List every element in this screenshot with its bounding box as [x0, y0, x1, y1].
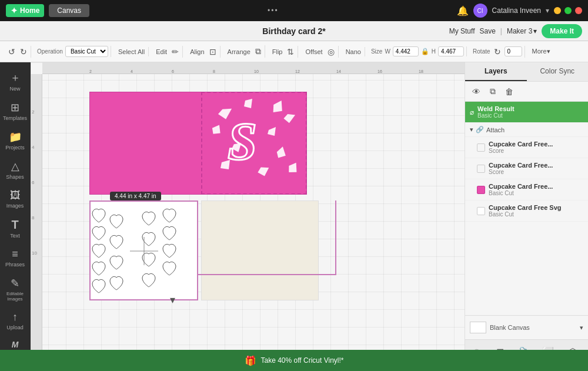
chevron-down-icon: ▾ [546, 6, 549, 15]
offset-button[interactable]: Offset [304, 47, 323, 56]
sidebar-item-editable-images[interactable]: ✎ Editable Images [2, 273, 28, 305]
undo-button[interactable]: ↺ [7, 46, 16, 58]
arrange-group: Arrange ⧉ [224, 45, 265, 58]
sidebar-item-label: Templates [3, 115, 27, 121]
tab-color-sync[interactable]: Color Sync [527, 62, 589, 81]
hearts-svg [91, 202, 198, 300]
maximize-button[interactable] [564, 7, 572, 14]
heart-card[interactable] [89, 200, 198, 300]
width-input[interactable] [393, 46, 419, 56]
eye-button[interactable]: 👁 [470, 86, 483, 98]
operation-label: Operation [37, 48, 63, 55]
upload-icon: ↑ [12, 311, 18, 323]
make-it-button[interactable]: Make It [542, 24, 582, 38]
main-layout: ＋ New ⊞ Templates 📁 Projects △ Shapes 🖼 … [0, 62, 588, 371]
minimize-button[interactable] [554, 7, 561, 14]
ruler-tick: 4 [131, 69, 133, 73]
sidebar-item-images[interactable]: 🖼 Images [2, 186, 28, 212]
scatter-svg: S [210, 98, 301, 186]
layers-list: ⌀ Weld Result Basic Cut ▾ 🔗 Attach Cupca… [465, 102, 588, 315]
attach-header[interactable]: ▾ 🔗 Attach [465, 123, 588, 137]
ruler-num: 4 [32, 145, 34, 150]
layer-name: Cupcake Card Free... [489, 141, 583, 148]
avatar: CI [473, 4, 487, 18]
ruler-tick: 16 [377, 69, 382, 73]
sidebar-item-label: Editable Images [5, 291, 26, 302]
blank-canvas-row[interactable]: Blank Canvas ▾ [470, 319, 583, 336]
ruler-tick: 6 [172, 69, 174, 73]
layer-cupcake-1[interactable]: Cupcake Card Free... Score [465, 137, 588, 158]
edit-button[interactable]: Edit [155, 47, 168, 56]
sidebar-item-upload[interactable]: ↑ Upload [2, 308, 28, 334]
align-button[interactable]: Align [189, 47, 205, 56]
lock-icon[interactable]: 🔒 [421, 48, 429, 55]
sidebar-item-templates[interactable]: ⊞ Templates [2, 98, 28, 125]
layer-cupcake-2[interactable]: Cupcake Card Free... Score [465, 158, 588, 179]
sidebar-item-text[interactable]: T Text [2, 215, 28, 242]
operation-select[interactable]: Basic Cut [65, 46, 108, 57]
height-input[interactable] [438, 46, 464, 56]
tab-layers[interactable]: Layers [465, 62, 527, 81]
canvas-area[interactable]: 2 4 6 8 10 12 14 16 18 2 4 6 8 10 [31, 62, 465, 371]
sidebar-item-projects[interactable]: 📁 Projects [2, 127, 28, 154]
canvas-tab[interactable]: Canvas [49, 4, 89, 17]
select-all-group: Select All [115, 47, 149, 56]
redo-button[interactable]: ↻ [19, 46, 28, 58]
cream-card[interactable] [201, 200, 319, 300]
layer-color-swatch [477, 207, 485, 215]
ruler-tick: 14 [336, 69, 341, 73]
canvas-content: S 4.44 in x 4.47 in [42, 74, 465, 347]
promo-bar[interactable]: 🎁 Take 40% off Cricut Vinyl!* [0, 350, 588, 371]
select-all-button[interactable]: Select All [117, 47, 146, 56]
sidebar-item-shapes[interactable]: △ Shapes [2, 156, 28, 183]
copy-button[interactable]: ⧉ [487, 85, 498, 98]
offset-icon[interactable]: ◎ [326, 46, 336, 58]
bell-icon: 🔔 [457, 5, 469, 16]
arrange-button[interactable]: Arrange [226, 47, 252, 56]
save-button[interactable]: Save [479, 27, 495, 35]
edit-icon[interactable]: ✏ [171, 46, 180, 58]
sidebar-item-new[interactable]: ＋ New [2, 67, 28, 95]
rotate-group: Rotate ↻ [470, 46, 524, 58]
chevron-down-icon: ▾ [533, 27, 537, 35]
nano-label: Nano [345, 47, 362, 56]
flip-button[interactable]: Flip [271, 47, 284, 56]
machine-selector[interactable]: Maker 3 ▾ [507, 27, 537, 35]
toolbar: ↺ ↻ Operation Basic Cut Select All Edit … [0, 41, 588, 62]
edit-group: Edit ✏ [152, 46, 183, 58]
more-group: More▾ [529, 46, 554, 56]
home-tab[interactable]: ✦ Home [6, 4, 44, 17]
ruler-tick: 18 [419, 69, 423, 73]
text-icon: T [11, 218, 18, 232]
size-group: Size W 🔒 H [369, 46, 467, 56]
more-button[interactable]: More▾ [531, 46, 552, 56]
ruler-tick: 12 [295, 69, 300, 73]
layer-cupcake-4[interactable]: Cupcake Card Free Svg Basic Cut [465, 200, 588, 222]
layer-sub: Basic Cut [489, 211, 583, 218]
sidebar-item-phrases[interactable]: ≡ Phrases [2, 245, 28, 271]
left-sidebar: ＋ New ⊞ Templates 📁 Projects △ Shapes 🖼 … [0, 62, 31, 371]
ruler-tick: 10 [254, 69, 259, 73]
align-icon[interactable]: ⊡ [208, 46, 218, 58]
svg-marker-4 [283, 111, 295, 124]
more-dots[interactable]: ••• [268, 6, 279, 15]
layer-cupcake-3[interactable]: Cupcake Card Free... Basic Cut [465, 179, 588, 200]
layer-weld-result[interactable]: ⌀ Weld Result Basic Cut [465, 102, 588, 123]
attach-label: Attach [486, 126, 505, 133]
rotate-icon[interactable]: ↻ [493, 46, 502, 58]
svg-marker-3 [244, 99, 252, 108]
delete-button[interactable]: 🗑 [503, 86, 516, 98]
panel-toolbar: 👁 ⧉ 🗑 [465, 82, 588, 102]
attach-icon: 🔗 [476, 126, 484, 133]
svg-marker-6 [268, 127, 276, 136]
connector-line-horizontal [198, 274, 336, 275]
layer-name: Cupcake Card Free Svg [489, 204, 583, 211]
right-panel: Layers Color Sync 👁 ⧉ 🗑 ⌀ Weld Result Ba… [465, 62, 588, 371]
layer-sub: Basic Cut [489, 190, 583, 196]
arrange-icon[interactable]: ⧉ [254, 45, 262, 58]
rotate-input[interactable] [505, 46, 522, 56]
flip-icon[interactable]: ⇅ [286, 46, 295, 58]
close-button[interactable] [575, 7, 582, 14]
arrow-down-indicator: ▾ [170, 293, 175, 306]
my-stuff-button[interactable]: My Stuff [449, 27, 475, 35]
